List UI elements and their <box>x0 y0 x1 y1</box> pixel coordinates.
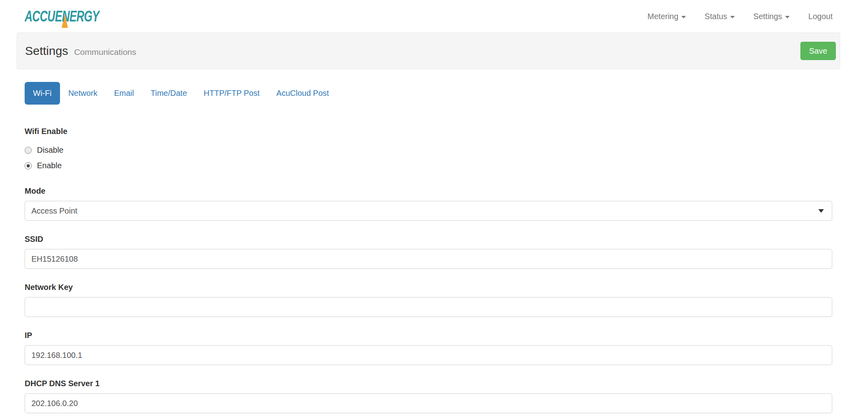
network-key-label: Network Key <box>25 283 832 292</box>
nav-item-label: Settings <box>754 12 782 21</box>
dhcp-dns-server-1-input[interactable] <box>25 393 832 413</box>
mode-select-value: Access Point <box>31 206 78 216</box>
mode-select[interactable]: Access Point <box>25 201 832 221</box>
brand-logo[interactable]: ACCUENERGY <box>25 8 99 25</box>
brand-text-mid: N <box>62 8 70 25</box>
page-header: Settings Communications Save <box>17 33 840 69</box>
brand-text-right: ERGY <box>70 8 99 25</box>
wifi-settings-form: Wifi Enable Disable Enable Mode Access P… <box>17 127 840 413</box>
nav-item-label: Status <box>705 12 727 21</box>
dhcp-dns-server-1-group: DHCP DNS Server 1 <box>25 379 832 413</box>
ssid-input[interactable] <box>25 249 832 269</box>
dhcp-dns-server-1-label: DHCP DNS Server 1 <box>25 379 832 388</box>
tab-wifi[interactable]: Wi-Fi <box>25 82 60 105</box>
radio-option-enable[interactable]: Enable <box>25 161 62 170</box>
brand-text-left: ACCUE <box>25 8 62 25</box>
nav-item-label: Logout <box>808 12 833 21</box>
nav-item-status[interactable]: Status <box>705 12 735 21</box>
radio-option-label: Enable <box>37 161 62 170</box>
caret-down-icon <box>730 16 735 18</box>
radio-icon[interactable] <box>25 162 32 169</box>
radio-option-disable[interactable]: Disable <box>25 146 64 155</box>
radio-option-label: Disable <box>37 146 64 155</box>
top-nav-menu: Metering Status Settings Logout <box>647 12 833 21</box>
nav-item-settings[interactable]: Settings <box>754 12 790 21</box>
page-title: Settings <box>25 44 68 58</box>
ssid-group: SSID <box>25 235 832 269</box>
ip-group: IP <box>25 331 832 365</box>
tab-http-ftp-post[interactable]: HTTP/FTP Post <box>196 82 268 105</box>
caret-down-icon <box>681 16 686 18</box>
ip-input[interactable] <box>25 345 832 365</box>
save-button[interactable]: Save <box>800 42 836 60</box>
select-arrow-icon <box>818 209 824 213</box>
network-key-group: Network Key <box>25 283 832 317</box>
nav-item-metering[interactable]: Metering <box>647 12 686 21</box>
wifi-enable-group: Wifi Enable Disable Enable <box>25 127 832 170</box>
top-navbar: ACCUENERGY Metering Status Settings Logo… <box>0 0 868 33</box>
tab-network[interactable]: Network <box>60 82 106 105</box>
wifi-enable-label: Wifi Enable <box>25 127 832 136</box>
caret-down-icon <box>785 16 790 18</box>
ip-label: IP <box>25 331 832 340</box>
mode-group: Mode Access Point <box>25 187 832 221</box>
tab-bar: Wi-Fi Network Email Time/Date HTTP/FTP P… <box>17 82 840 105</box>
mode-label: Mode <box>25 187 832 196</box>
main-container: Settings Communications Save Wi-Fi Netwo… <box>17 33 840 413</box>
ssid-label: SSID <box>25 235 832 244</box>
tab-time-date[interactable]: Time/Date <box>142 82 196 105</box>
tab-acucloud-post[interactable]: AcuCloud Post <box>268 82 337 105</box>
radio-icon[interactable] <box>25 147 32 154</box>
nav-item-logout[interactable]: Logout <box>808 12 833 21</box>
page-subtitle: Communications <box>74 47 136 57</box>
tab-email[interactable]: Email <box>106 82 142 105</box>
network-key-input[interactable] <box>25 297 832 317</box>
nav-item-label: Metering <box>647 12 678 21</box>
